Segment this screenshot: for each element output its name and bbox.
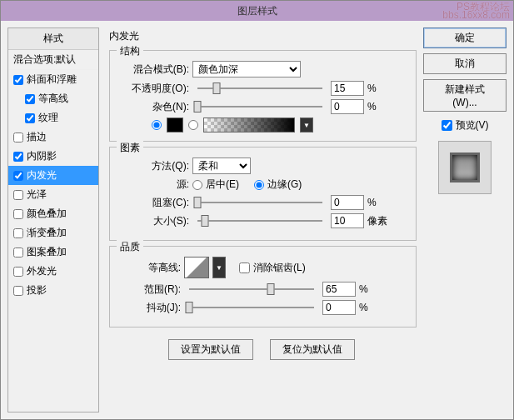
new-style-button[interactable]: 新建样式(W)...	[423, 79, 507, 112]
quality-group: 品质 等高线: ▼ 消除锯齿(L) 范围(R): % 抖动(J):	[109, 246, 417, 328]
opacity-input[interactable]	[331, 81, 364, 96]
jitter-input[interactable]	[322, 300, 356, 315]
style-item[interactable]: 内发光	[8, 166, 98, 185]
blend-mode-select[interactable]: 颜色加深	[192, 61, 301, 78]
opacity-slider[interactable]	[197, 82, 322, 95]
antialias-checkbox[interactable]	[239, 262, 250, 273]
style-checkbox[interactable]	[25, 94, 35, 104]
source-center-radio[interactable]	[192, 180, 202, 190]
style-checkbox[interactable]	[13, 75, 23, 85]
style-checkbox[interactable]	[13, 190, 23, 200]
style-label: 投影	[27, 283, 47, 298]
contour-dropdown-icon[interactable]: ▼	[212, 257, 226, 278]
gradient-swatch[interactable]	[203, 118, 295, 132]
styles-header: 样式	[8, 28, 98, 50]
technique-select[interactable]: 柔和	[192, 158, 251, 174]
style-item[interactable]: 内阴影	[8, 147, 98, 166]
style-checkbox[interactable]	[13, 132, 23, 142]
style-item[interactable]: 光泽	[8, 185, 98, 204]
style-item[interactable]: 渐变叠加	[8, 223, 98, 242]
style-label: 内阴影	[27, 149, 57, 163]
style-checkbox[interactable]	[13, 209, 23, 219]
style-checkbox[interactable]	[13, 267, 23, 277]
style-checkbox[interactable]	[13, 286, 23, 296]
window-title: 图层样式	[237, 4, 277, 18]
style-checkbox[interactable]	[13, 248, 23, 258]
style-label: 外发光	[27, 264, 57, 278]
noise-input[interactable]	[331, 99, 364, 114]
color-radio[interactable]	[152, 120, 162, 130]
preview-checkbox[interactable]	[442, 120, 452, 131]
style-item[interactable]: 纹理	[8, 108, 98, 128]
style-item[interactable]: 描边	[8, 128, 98, 147]
blending-options[interactable]: 混合选项:默认	[8, 50, 98, 70]
size-input[interactable]	[331, 213, 364, 228]
gradient-radio[interactable]	[188, 120, 198, 130]
watermark: PS教程论坛 bbs.16xx8.com	[442, 2, 510, 19]
titlebar: 图层样式 PS教程论坛 bbs.16xx8.com	[1, 1, 513, 21]
style-label: 图案叠加	[27, 245, 67, 259]
style-item[interactable]: 外发光	[8, 262, 98, 281]
color-swatch[interactable]	[167, 118, 183, 132]
style-label: 纹理	[38, 111, 58, 125]
style-label: 光泽	[27, 188, 47, 202]
style-label: 内发光	[27, 168, 57, 182]
choke-input[interactable]	[331, 195, 364, 210]
style-label: 渐变叠加	[27, 226, 67, 240]
cancel-button[interactable]: 取消	[423, 53, 507, 74]
style-item[interactable]: 等高线	[8, 89, 98, 108]
style-checkbox[interactable]	[25, 113, 35, 123]
style-item[interactable]: 斜面和浮雕	[8, 70, 98, 89]
style-checkbox[interactable]	[13, 152, 23, 162]
reset-default-button[interactable]: 复位为默认值	[270, 339, 355, 360]
style-label: 等高线	[38, 92, 68, 106]
ok-button[interactable]: 确定	[423, 28, 507, 48]
style-checkbox[interactable]	[13, 171, 23, 181]
range-input[interactable]	[322, 282, 356, 297]
noise-slider[interactable]	[197, 100, 322, 113]
style-label: 描边	[27, 130, 47, 144]
style-item[interactable]: 颜色叠加	[8, 204, 98, 223]
structure-group: 结构 混合模式(B): 颜色加深 不透明度(O): % 杂色(N):	[109, 50, 417, 142]
make-default-button[interactable]: 设置为默认值	[168, 339, 253, 360]
source-edge-radio[interactable]	[254, 180, 264, 190]
effect-panel: 内发光 结构 混合模式(B): 颜色加深 不透明度(O): % 杂色(N):	[106, 28, 417, 412]
jitter-slider[interactable]	[189, 301, 314, 314]
gradient-dropdown-icon[interactable]: ▼	[300, 118, 313, 132]
preview-thumbnail	[438, 141, 492, 194]
choke-slider[interactable]	[197, 196, 322, 209]
range-slider[interactable]	[189, 282, 314, 296]
effect-title: 内发光	[106, 28, 417, 45]
size-slider[interactable]	[197, 214, 322, 228]
style-label: 颜色叠加	[27, 207, 67, 221]
style-label: 斜面和浮雕	[27, 72, 77, 87]
contour-picker[interactable]	[184, 257, 209, 278]
dialog-buttons: 确定 取消 新建样式(W)... 预览(V)	[423, 28, 507, 412]
styles-list: 样式 混合选项:默认 斜面和浮雕等高线纹理描边内阴影内发光光泽颜色叠加渐变叠加图…	[7, 28, 99, 412]
style-item[interactable]: 投影	[8, 281, 98, 300]
style-checkbox[interactable]	[13, 228, 23, 238]
layer-style-dialog: 图层样式 PS教程论坛 bbs.16xx8.com 样式 混合选项:默认 斜面和…	[0, 0, 514, 420]
elements-group: 图素 方法(Q): 柔和 源: 居中(E) 边缘(G) 阻塞(C):	[109, 147, 417, 241]
style-item[interactable]: 图案叠加	[8, 242, 98, 262]
